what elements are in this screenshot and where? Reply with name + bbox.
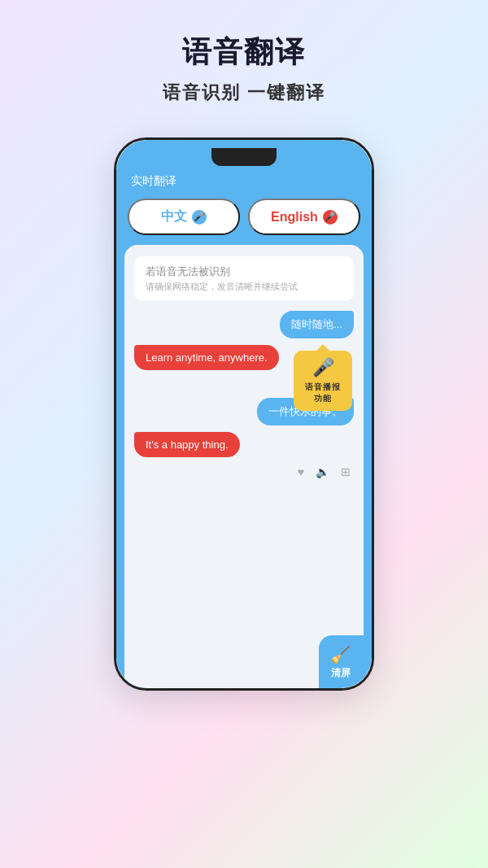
- message-text-2: Learn anytime, anywhere.: [146, 351, 268, 364]
- lang-button-chinese[interactable]: 中文 🎤: [128, 198, 240, 235]
- message-text-4: It's a happy thing.: [146, 438, 229, 451]
- chat-area: 若语音无法被识别 请确保网络稳定，发音清晰并继续尝试 随时随地... Lea: [124, 245, 364, 688]
- mic-icon-red: 🎤: [323, 210, 338, 225]
- screen-header: 实时翻译: [116, 140, 372, 198]
- error-subtitle: 请确保网络稳定，发音清晰并继续尝试: [146, 281, 342, 293]
- mic-icon-blue: 🎤: [192, 210, 207, 225]
- phone-mockup: 实时翻译 中文 🎤 English 🎤 若语音无法被识别 请确保网络稳定，发音: [114, 137, 374, 691]
- clear-button[interactable]: 🧹 清屏: [319, 635, 364, 688]
- message-bubble-2: Learn anytime, anywhere.: [134, 345, 279, 370]
- tooltip-label: 语音播报功能: [302, 382, 344, 404]
- message-row-1: 随时随地...: [134, 311, 354, 338]
- tooltip-mic-icon: 🎤: [312, 357, 334, 378]
- heart-icon-2[interactable]: ♥: [298, 465, 304, 478]
- lang-english-label: English: [271, 210, 318, 225]
- page-subtitle: 语音识别 一键翻译: [163, 81, 325, 105]
- screen-title: 实时翻译: [131, 174, 176, 187]
- message-row-4: It's a happy thing.: [134, 432, 354, 457]
- page-header: 语音翻译 语音识别 一键翻译: [163, 0, 325, 121]
- clear-label: 清屏: [331, 666, 351, 680]
- phone-frame: 实时翻译 中文 🎤 English 🎤 若语音无法被识别 请确保网络稳定，发音: [114, 137, 374, 691]
- error-box: 若语音无法被识别 请确保网络稳定，发音清晰并继续尝试: [134, 256, 354, 301]
- action-icons-2: ♥ 🔈 ⊞: [134, 465, 354, 478]
- tooltip-box: 🎤 语音播报功能: [294, 351, 352, 411]
- message-bubble-1: 随时随地...: [280, 311, 354, 338]
- speaker-icon-2[interactable]: 🔈: [316, 465, 329, 478]
- language-selector: 中文 🎤 English 🎤: [116, 198, 372, 245]
- message-bubble-4: It's a happy thing.: [134, 432, 240, 457]
- phone-screen: 实时翻译 中文 🎤 English 🎤 若语音无法被识别 请确保网络稳定，发音: [116, 140, 372, 688]
- page-title: 语音翻译: [163, 33, 325, 72]
- error-title: 若语音无法被识别: [146, 264, 342, 279]
- message-text-1: 随时随地...: [291, 318, 342, 330]
- lang-button-english[interactable]: English 🎤: [248, 198, 360, 235]
- lang-chinese-label: 中文: [161, 208, 187, 225]
- copy-icon-2[interactable]: ⊞: [341, 465, 351, 478]
- clear-icon: 🧹: [330, 645, 351, 665]
